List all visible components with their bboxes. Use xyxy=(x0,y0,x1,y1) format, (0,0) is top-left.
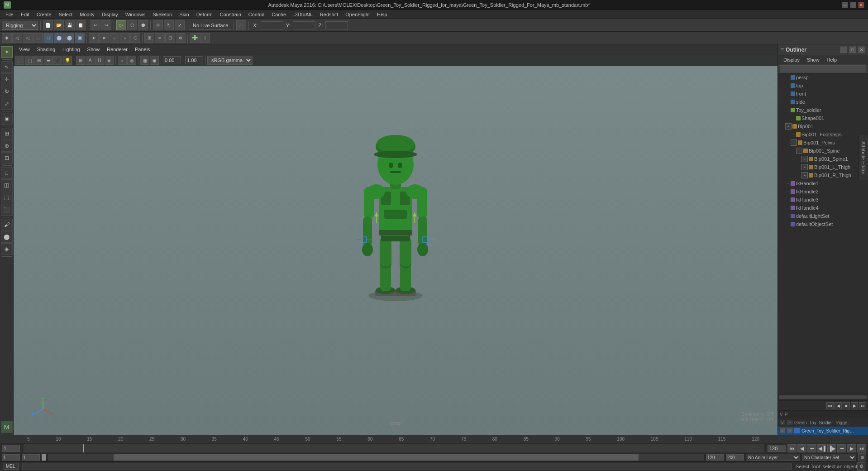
lt-btn-paint-skin[interactable]: 🖌 xyxy=(1,219,13,231)
tl-next-key[interactable]: ➡ xyxy=(837,444,846,452)
pl-prev-btn[interactable]: ⏮ xyxy=(826,402,834,409)
lt-btn-wireframe[interactable]: ⬚ xyxy=(1,192,13,203)
tool-arrow2[interactable]: ➤ xyxy=(99,33,109,43)
vp-btn-deform[interactable]: ⬦ xyxy=(118,56,127,65)
outliner-item-ikhandle2[interactable]: ─ IkHandle2 xyxy=(778,187,868,196)
viewport[interactable]: View Shading Lighting Show Renderer Pane… xyxy=(14,44,777,435)
tool-y[interactable]: ⬤ xyxy=(54,33,64,43)
snap-grid[interactable]: ⊞ xyxy=(144,33,154,43)
pl-back-btn[interactable]: ◀ xyxy=(835,402,842,409)
close-button[interactable]: ✕ xyxy=(858,2,864,8)
menu-constrain[interactable]: Constrain xyxy=(216,11,245,18)
outliner-item-ikhandle3[interactable]: ─ IkHandle3 xyxy=(778,196,868,204)
snap-point[interactable]: ⊡ xyxy=(165,33,175,43)
outliner-item-rthigh[interactable]: + Bip001_R_Thigh xyxy=(778,171,868,179)
vp-btn-ss[interactable]: ▦ xyxy=(140,56,149,65)
vp-btn-display[interactable]: ⊞ xyxy=(34,56,43,65)
open-file-button[interactable]: 📂 xyxy=(54,20,64,30)
outliner-item-bip001[interactable]: + Bip001 xyxy=(778,122,868,130)
outliner-item-lthigh[interactable]: + Bip001_L_Thigh xyxy=(778,163,868,171)
anim-range-slider[interactable] xyxy=(48,454,704,461)
pl-v2[interactable]: V xyxy=(780,428,785,433)
tl-prev-frame[interactable]: ◀ xyxy=(797,444,806,452)
vp-menu-lighting[interactable]: Lighting xyxy=(59,46,84,53)
tool-plus[interactable]: ✚ xyxy=(190,33,200,43)
vp-btn-crease[interactable]: ◎ xyxy=(127,56,136,65)
anim-end-input[interactable] xyxy=(706,454,724,461)
range-options-button[interactable]: ⚙ xyxy=(858,453,866,461)
lt-btn-snap[interactable]: ⊞ xyxy=(1,128,13,139)
vp-menu-shading[interactable]: Shading xyxy=(33,46,59,53)
vp-btn-aa[interactable]: A xyxy=(86,56,95,65)
lasso-select-button[interactable]: ⬡ xyxy=(127,20,137,30)
rotate-tool-button[interactable]: ↻ xyxy=(164,20,174,30)
tool-poly[interactable]: ⬡ xyxy=(130,33,140,43)
redo-button[interactable]: ↪ xyxy=(101,20,111,30)
outliner-item-top[interactable]: top xyxy=(778,82,868,90)
lt-btn-sculpt[interactable]: ⬤ xyxy=(1,231,13,243)
range-end-input[interactable] xyxy=(768,445,786,452)
playlist-item-1[interactable]: V P Green_Toy_Soldier_Rigged_bo xyxy=(778,418,868,427)
lt-btn-snap3[interactable]: ⊡ xyxy=(1,152,13,164)
mel-label[interactable]: MEL xyxy=(3,463,19,470)
outliner-item-footsteps[interactable]: ─ Bip001_Footsteps xyxy=(778,130,868,139)
tl-last-frame[interactable]: ⏭ xyxy=(857,444,866,452)
outliner-maximize-button[interactable]: □ xyxy=(849,46,856,53)
vp-btn-lit[interactable]: 💡 xyxy=(63,56,72,65)
status-options-button[interactable]: ⚙ xyxy=(857,462,865,471)
move-tool-button[interactable]: ✛ xyxy=(153,20,163,30)
outliner-item-objectset[interactable]: defaultObjectSet xyxy=(778,220,868,228)
new-scene-button[interactable]: 📄 xyxy=(43,20,53,30)
window-controls[interactable]: ─ □ ✕ xyxy=(842,2,864,8)
menu-openflight[interactable]: OpenFlight xyxy=(342,11,373,18)
attribute-editor-tab[interactable]: Attribute Editor xyxy=(858,135,868,180)
camera-button[interactable]: 🎥 xyxy=(236,20,246,30)
outliner-hscroll[interactable] xyxy=(778,394,868,400)
pl-v1[interactable]: V xyxy=(780,420,785,425)
x-input[interactable] xyxy=(261,21,283,29)
vp-cam-persp[interactable]: 🎥 xyxy=(15,56,24,65)
lt-btn-soft-select[interactable]: ◉ xyxy=(1,113,13,125)
menu-create[interactable]: Create xyxy=(33,11,55,18)
outliner-item-persp[interactable]: persp xyxy=(778,73,868,82)
outliner-menu-display[interactable]: Display xyxy=(780,56,803,63)
tool-pipe[interactable]: | xyxy=(200,33,210,43)
tl-play-fwd[interactable]: ▐▶ xyxy=(827,444,836,452)
outliner-item-toy-soldier[interactable]: Toy_soldier xyxy=(778,106,868,114)
paint-select-button[interactable]: ⬢ xyxy=(138,20,148,30)
vp-cam-ortho[interactable]: ⬚ xyxy=(25,56,34,65)
pl-play-btn[interactable]: ▶ xyxy=(851,402,858,409)
vp-btn-wire[interactable]: ☰ xyxy=(44,56,53,65)
pl-stop-btn[interactable]: ■ xyxy=(843,402,850,409)
pl-p2[interactable]: P xyxy=(787,428,792,433)
outliner-item-ikhandle1[interactable]: ─ IkHandle1 xyxy=(778,179,868,187)
tool-w[interactable]: ◁ xyxy=(12,33,22,43)
vp-menu-show[interactable]: Show xyxy=(84,46,104,53)
tool-r[interactable]: □ xyxy=(33,33,43,43)
lt-btn-rotate[interactable]: ↻ xyxy=(1,86,13,97)
timeline-scrubber[interactable] xyxy=(24,444,764,452)
outliner-item-front[interactable]: front xyxy=(778,90,868,98)
lt-btn-smooth[interactable]: ⬛ xyxy=(1,204,13,216)
outliner-close-button[interactable]: ✕ xyxy=(858,46,865,53)
current-frame-input[interactable] xyxy=(2,445,20,452)
outliner-menu-show[interactable]: Show xyxy=(803,56,823,63)
outliner-item-spine[interactable]: ─ Bip001_Spine xyxy=(778,147,868,155)
pl-next-btn[interactable]: ⏭ xyxy=(859,402,866,409)
menu-windows[interactable]: Windows xyxy=(122,11,149,18)
tool-v[interactable]: ▣ xyxy=(75,33,85,43)
character-set-dropdown[interactable]: No Character Set xyxy=(802,454,856,461)
z-input[interactable] xyxy=(325,21,348,29)
menu-help[interactable]: Help xyxy=(373,11,391,18)
lt-btn-snap2[interactable]: ⊕ xyxy=(1,140,13,152)
menu-3dtool[interactable]: -3DtoAll- xyxy=(290,11,316,18)
outliner-item-lightset[interactable]: defaultLightSet xyxy=(778,212,868,220)
outliner-item-pelvis[interactable]: ─ Bip001_Pelvis xyxy=(778,139,868,147)
tl-next-frame[interactable]: ▶ xyxy=(847,444,856,452)
lt-btn-xray[interactable]: ◫ xyxy=(1,179,13,191)
scale-tool-button[interactable]: ⤢ xyxy=(175,20,185,30)
tool-e[interactable]: ◁ xyxy=(23,33,33,43)
menu-edit[interactable]: Edit xyxy=(17,11,33,18)
outliner-item-ikhandle4[interactable]: ─ IkHandle4 xyxy=(778,204,868,212)
select-tool-button[interactable]: ▷ xyxy=(116,20,126,30)
